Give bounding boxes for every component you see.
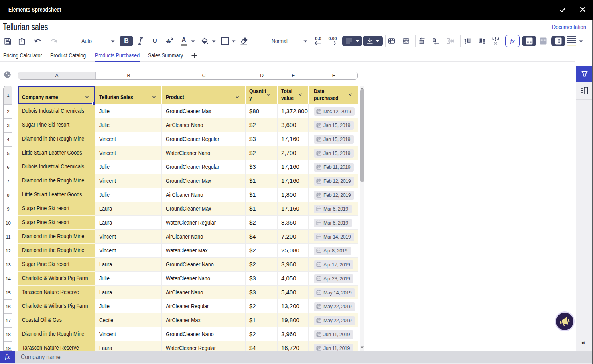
svg-text:A: A xyxy=(181,37,186,43)
svg-text:0.00: 0.00 xyxy=(328,36,337,41)
svg-text:0.0: 0.0 xyxy=(315,36,321,41)
svg-text:A: A xyxy=(167,38,171,45)
